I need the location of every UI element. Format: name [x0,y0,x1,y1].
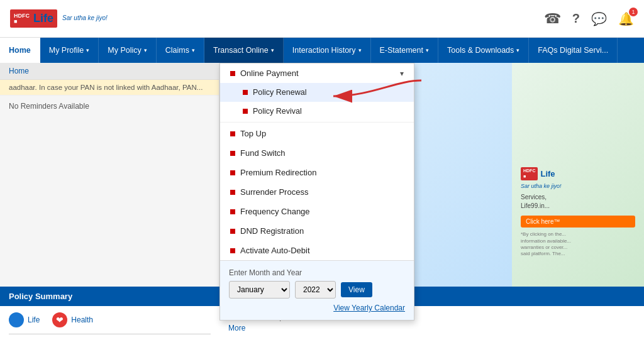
bullet-premium-redirection [230,170,235,175]
bullet-surrender-process [230,190,235,195]
dropdown-surrender-process[interactable]: Surrender Process [220,182,414,202]
alert-text: aadhaar. In case your PAN is not linked … [9,84,203,91]
reminders-box: No Reminders Available [0,96,219,117]
logo-life: Life [33,12,53,25]
bullet-dnd-registration [230,229,235,234]
premium-redirection-label: Premium Redirection [240,168,316,177]
chevron-down-icon: ▾ [400,69,404,78]
nav-my-policy[interactable]: My Policy ▾ [99,38,156,63]
dropdown-top-up[interactable]: Top Up [220,124,414,143]
calendar-inputs: January February March April May June Ju… [229,281,405,299]
calendar-label: Enter Month and Year [229,268,405,277]
dropdown-premium-redirection[interactable]: Premium Redirection [220,163,414,182]
dropdown-frequency-change[interactable]: Frequency Change [220,202,414,221]
logo-area: HDFC ■ Life Sar utha ke jiyo! [10,9,108,28]
alert-bar: aadhaar. In case your PAN is not linked … [0,80,219,96]
policy-tab-health[interactable]: ❤ Health [52,312,93,327]
policy-renewal-label: Policy Renewal [253,88,306,97]
notification-badge: 1 [629,8,638,16]
logo-tagline: Sar utha ke jiyo! [62,14,108,21]
view-yearly-calendar-link[interactable]: View Yearly Calendar [229,304,405,312]
policy-summary-section: Policy Summary 👤 Life ❤ Health [0,287,219,362]
bullet-fund-switch [230,151,235,156]
dropdown-activate-auto-debit[interactable]: Activate Auto-Debit [220,241,414,260]
phone-icon[interactable]: ☎ [544,11,561,27]
life-label: Life [28,315,40,324]
banner-click-here-button[interactable]: Click here™ [521,216,635,228]
calendar-section: Enter Month and Year January February Ma… [220,260,414,320]
dropdown-policy-revival[interactable]: Policy Revival [220,102,414,121]
frequency-change-label: Frequency Change [240,207,310,216]
breadcrumb: Home [0,63,219,80]
life-icon: 👤 [9,312,24,327]
bullet-policy-revival [243,109,248,114]
help-icon[interactable]: ? [572,11,580,26]
banner-fine-print: *By clicking on the...information availa… [521,231,635,258]
bullet-policy-renewal [243,90,248,95]
banner-small-logo-box: HDFC ■ [521,167,538,180]
logo-box: HDFC ■ Life [10,9,57,28]
bullet-activate-auto-debit [230,248,235,253]
banner-side-logo: HDFC ■ Life [521,167,635,180]
nav-interaction-history[interactable]: Interaction History ▾ [284,38,371,63]
nav-tools-downloads[interactable]: Tools & Downloads ▾ [438,38,529,63]
health-label: Health [71,315,93,324]
transact-online-dropdown: Online Payment ▾ Policy Renewal Policy R… [219,63,414,321]
activate-auto-debit-label: Activate Auto-Debit [240,246,310,255]
more-link[interactable]: More [228,324,635,332]
banner-side-tagline: Sar utha ke jiyo! [521,183,635,189]
view-button[interactable]: View [341,282,372,297]
header-icons: ☎ ? 💬 🔔 1 [544,11,634,27]
bell-icon[interactable]: 🔔 1 [618,11,634,26]
surrender-process-label: Surrender Process [240,187,308,197]
nav-e-statement[interactable]: E-Statement ▾ [371,38,438,63]
nav-transact-online[interactable]: Transact Online ▾ [204,38,284,63]
month-select[interactable]: January February March April May June Ju… [229,281,290,299]
dropdown-online-payment[interactable]: Online Payment ▾ [220,63,414,83]
top-header: HDFC ■ Life Sar utha ke jiyo! ☎ ? 💬 🔔 1 [0,0,644,38]
policy-tab-life[interactable]: 👤 Life [9,312,40,327]
policy-divider [9,334,211,334]
health-icon: ❤ [52,312,67,327]
dropdown-fund-switch[interactable]: Fund Switch [220,143,414,163]
reminders-text: No Reminders Available [9,102,89,111]
nav-claims[interactable]: Claims ▾ [157,38,204,63]
fund-switch-label: Fund Switch [240,148,286,158]
logo-brand: HDFC ■ [14,13,30,25]
dropdown-dnd-registration[interactable]: DND Registration [220,221,414,241]
nav-home[interactable]: Home [0,38,40,63]
policy-summary-header: Policy Summary [0,287,219,306]
nav-my-profile[interactable]: My Profile ▾ [40,38,99,63]
page-wrapper: HDFC ■ Life Sar utha ke jiyo! ☎ ? 💬 🔔 1 … [0,0,644,362]
breadcrumb-text: Home [9,67,29,75]
main-nav: Home My Profile ▾ My Policy ▾ Claims ▾ T… [0,38,644,63]
dropdown-policy-renewal[interactable]: Policy Renewal [220,83,414,102]
policy-revival-label: Policy Revival [253,107,302,116]
dnd-registration-label: DND Registration [240,226,304,236]
year-select[interactable]: 2020 2021 2022 2023 2024 [295,281,336,299]
bullet-top-up [230,131,235,136]
online-payment-label: Online Payment [240,69,299,78]
top-up-label: Top Up [240,129,266,138]
policy-tabs: 👤 Life ❤ Health [0,306,219,334]
bullet-online-payment [230,71,235,76]
chat-icon[interactable]: 💬 [591,11,607,26]
banner-small-logo-life: Life [540,169,555,178]
bullet-frequency-change [230,209,235,214]
nav-faqs[interactable]: FAQs Digital Servi... [529,38,618,63]
banner-side-text: Services,Life99.in... [521,193,635,211]
